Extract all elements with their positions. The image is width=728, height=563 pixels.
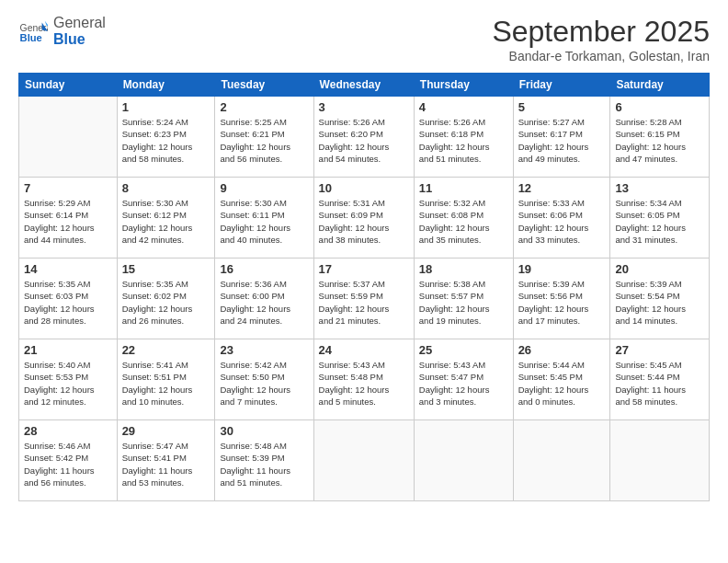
- day-number: 21: [24, 343, 112, 357]
- day-number: 25: [419, 343, 508, 357]
- day-number: 10: [319, 181, 409, 195]
- day-number: 11: [419, 181, 508, 195]
- table-row: 6Sunrise: 5:28 AM Sunset: 6:15 PM Daylig…: [610, 97, 710, 178]
- col-tuesday: Tuesday: [215, 74, 313, 97]
- table-row: 19Sunrise: 5:39 AM Sunset: 5:56 PM Dayli…: [513, 259, 610, 339]
- table-row: 24Sunrise: 5:43 AM Sunset: 5:48 PM Dayli…: [313, 339, 414, 420]
- day-info: Sunrise: 5:30 AM Sunset: 6:12 PM Dayligh…: [122, 197, 210, 246]
- day-number: 30: [220, 424, 308, 438]
- day-info: Sunrise: 5:38 AM Sunset: 5:57 PM Dayligh…: [419, 278, 508, 327]
- logo: General Blue General Blue: [18, 15, 106, 47]
- day-info: Sunrise: 5:45 AM Sunset: 5:44 PM Dayligh…: [615, 359, 704, 408]
- table-row: 12Sunrise: 5:33 AM Sunset: 6:06 PM Dayli…: [513, 178, 610, 259]
- col-wednesday: Wednesday: [313, 74, 414, 97]
- table-row: 17Sunrise: 5:37 AM Sunset: 5:59 PM Dayli…: [313, 259, 414, 339]
- day-number: 4: [419, 100, 508, 114]
- day-number: 5: [518, 100, 606, 114]
- day-number: 6: [615, 100, 704, 114]
- day-number: 20: [615, 262, 704, 276]
- day-number: 9: [220, 181, 308, 195]
- table-row: 11Sunrise: 5:32 AM Sunset: 6:08 PM Dayli…: [414, 178, 513, 259]
- table-row: [19, 97, 118, 178]
- month-title: September 2025: [492, 15, 710, 49]
- col-friday: Friday: [513, 74, 610, 97]
- logo-blue: Blue: [53, 31, 106, 48]
- logo-wordmark: General Blue: [53, 15, 106, 47]
- calendar-week-row: 1Sunrise: 5:24 AM Sunset: 6:23 PM Daylig…: [19, 97, 710, 178]
- day-number: 8: [122, 181, 210, 195]
- day-info: Sunrise: 5:29 AM Sunset: 6:14 PM Dayligh…: [24, 197, 112, 246]
- table-row: 13Sunrise: 5:34 AM Sunset: 6:05 PM Dayli…: [610, 178, 710, 259]
- day-number: 19: [518, 262, 606, 276]
- day-info: Sunrise: 5:36 AM Sunset: 6:00 PM Dayligh…: [220, 278, 308, 327]
- table-row: 9Sunrise: 5:30 AM Sunset: 6:11 PM Daylig…: [215, 178, 313, 259]
- day-info: Sunrise: 5:35 AM Sunset: 6:02 PM Dayligh…: [122, 278, 210, 327]
- day-number: 17: [319, 262, 409, 276]
- day-info: Sunrise: 5:33 AM Sunset: 6:06 PM Dayligh…: [518, 197, 606, 246]
- day-number: 12: [518, 181, 606, 195]
- table-row: 26Sunrise: 5:44 AM Sunset: 5:45 PM Dayli…: [513, 339, 610, 420]
- table-row: 25Sunrise: 5:43 AM Sunset: 5:47 PM Dayli…: [414, 339, 513, 420]
- table-row: 21Sunrise: 5:40 AM Sunset: 5:53 PM Dayli…: [19, 339, 118, 420]
- table-row: 29Sunrise: 5:47 AM Sunset: 5:41 PM Dayli…: [117, 420, 215, 501]
- table-row: 8Sunrise: 5:30 AM Sunset: 6:12 PM Daylig…: [117, 178, 215, 259]
- day-info: Sunrise: 5:41 AM Sunset: 5:51 PM Dayligh…: [122, 359, 210, 408]
- day-info: Sunrise: 5:26 AM Sunset: 6:18 PM Dayligh…: [419, 116, 508, 165]
- day-info: Sunrise: 5:32 AM Sunset: 6:08 PM Dayligh…: [419, 197, 508, 246]
- day-number: 26: [518, 343, 606, 357]
- day-info: Sunrise: 5:27 AM Sunset: 6:17 PM Dayligh…: [518, 116, 606, 165]
- table-row: 4Sunrise: 5:26 AM Sunset: 6:18 PM Daylig…: [414, 97, 513, 178]
- table-row: 18Sunrise: 5:38 AM Sunset: 5:57 PM Dayli…: [414, 259, 513, 339]
- logo-icon: General Blue: [18, 17, 48, 46]
- day-info: Sunrise: 5:31 AM Sunset: 6:09 PM Dayligh…: [319, 197, 409, 246]
- day-number: 13: [615, 181, 704, 195]
- day-number: 24: [319, 343, 409, 357]
- day-number: 16: [220, 262, 308, 276]
- day-number: 23: [220, 343, 308, 357]
- header-row: Sunday Monday Tuesday Wednesday Thursday…: [19, 74, 710, 97]
- day-number: 29: [122, 424, 210, 438]
- header: General Blue General Blue September 2025…: [18, 15, 710, 63]
- svg-text:Blue: Blue: [20, 32, 42, 43]
- day-number: 14: [24, 262, 112, 276]
- table-row: 14Sunrise: 5:35 AM Sunset: 6:03 PM Dayli…: [19, 259, 118, 339]
- calendar-page: General Blue General Blue September 2025…: [0, 0, 728, 563]
- day-info: Sunrise: 5:44 AM Sunset: 5:45 PM Dayligh…: [518, 359, 606, 408]
- day-info: Sunrise: 5:42 AM Sunset: 5:50 PM Dayligh…: [220, 359, 308, 408]
- logo-general: General: [53, 15, 106, 31]
- table-row: [313, 420, 414, 501]
- calendar-week-row: 21Sunrise: 5:40 AM Sunset: 5:53 PM Dayli…: [19, 339, 710, 420]
- day-number: 27: [615, 343, 704, 357]
- day-info: Sunrise: 5:39 AM Sunset: 5:54 PM Dayligh…: [615, 278, 704, 327]
- day-number: 28: [24, 424, 112, 438]
- table-row: 10Sunrise: 5:31 AM Sunset: 6:09 PM Dayli…: [313, 178, 414, 259]
- table-row: [610, 420, 710, 501]
- table-row: 27Sunrise: 5:45 AM Sunset: 5:44 PM Dayli…: [610, 339, 710, 420]
- table-row: 3Sunrise: 5:26 AM Sunset: 6:20 PM Daylig…: [313, 97, 414, 178]
- calendar-week-row: 7Sunrise: 5:29 AM Sunset: 6:14 PM Daylig…: [19, 178, 710, 259]
- table-row: 30Sunrise: 5:48 AM Sunset: 5:39 PM Dayli…: [215, 420, 313, 501]
- table-row: 22Sunrise: 5:41 AM Sunset: 5:51 PM Dayli…: [117, 339, 215, 420]
- table-row: 28Sunrise: 5:46 AM Sunset: 5:42 PM Dayli…: [19, 420, 118, 501]
- day-info: Sunrise: 5:30 AM Sunset: 6:11 PM Dayligh…: [220, 197, 308, 246]
- day-info: Sunrise: 5:46 AM Sunset: 5:42 PM Dayligh…: [24, 440, 112, 488]
- table-row: 16Sunrise: 5:36 AM Sunset: 6:00 PM Dayli…: [215, 259, 313, 339]
- calendar-week-row: 28Sunrise: 5:46 AM Sunset: 5:42 PM Dayli…: [19, 420, 710, 501]
- day-number: 7: [24, 181, 112, 195]
- day-info: Sunrise: 5:35 AM Sunset: 6:03 PM Dayligh…: [24, 278, 112, 327]
- calendar-week-row: 14Sunrise: 5:35 AM Sunset: 6:03 PM Dayli…: [19, 259, 710, 339]
- title-block: September 2025 Bandar-e Torkaman, Golest…: [492, 15, 710, 63]
- day-info: Sunrise: 5:28 AM Sunset: 6:15 PM Dayligh…: [615, 116, 704, 165]
- day-info: Sunrise: 5:40 AM Sunset: 5:53 PM Dayligh…: [24, 359, 112, 408]
- day-info: Sunrise: 5:25 AM Sunset: 6:21 PM Dayligh…: [220, 116, 308, 165]
- day-number: 3: [319, 100, 409, 114]
- day-number: 22: [122, 343, 210, 357]
- table-row: [513, 420, 610, 501]
- table-row: 7Sunrise: 5:29 AM Sunset: 6:14 PM Daylig…: [19, 178, 118, 259]
- day-number: 1: [122, 100, 210, 114]
- table-row: 1Sunrise: 5:24 AM Sunset: 6:23 PM Daylig…: [117, 97, 215, 178]
- table-row: 2Sunrise: 5:25 AM Sunset: 6:21 PM Daylig…: [215, 97, 313, 178]
- table-row: 20Sunrise: 5:39 AM Sunset: 5:54 PM Dayli…: [610, 259, 710, 339]
- day-info: Sunrise: 5:47 AM Sunset: 5:41 PM Dayligh…: [122, 440, 210, 488]
- day-number: 15: [122, 262, 210, 276]
